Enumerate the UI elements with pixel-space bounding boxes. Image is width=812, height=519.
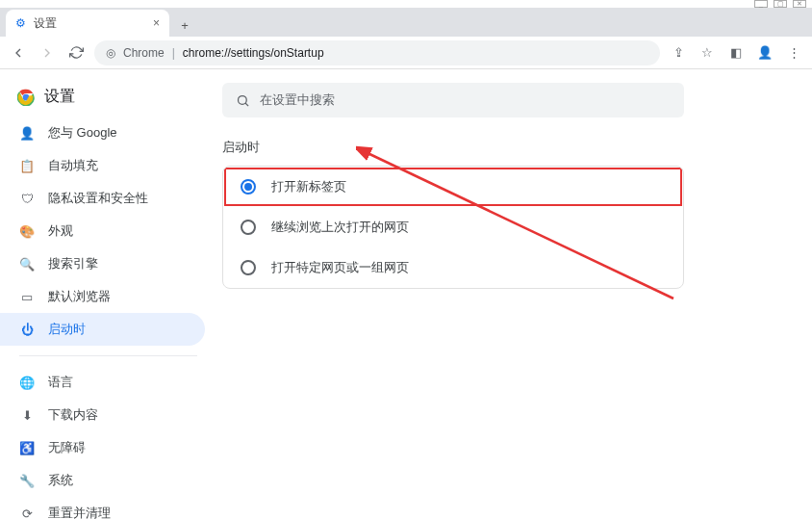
sidebar-separator — [19, 355, 197, 356]
sidebar-item[interactable]: 🌐语言 — [0, 366, 216, 399]
section-title: 启动时 — [222, 139, 774, 156]
sidebar-item[interactable]: ⟳重置并清理 — [0, 497, 216, 519]
sidebar-item-label: 语言 — [48, 374, 73, 391]
menu-icon[interactable]: ⋮ — [783, 42, 804, 64]
sidebar-item-label: 系统 — [48, 472, 73, 489]
sidebar-item[interactable]: 📋自动填充 — [0, 149, 216, 182]
chrome-logo-icon — [17, 89, 35, 106]
forward-button[interactable] — [37, 42, 58, 64]
settings-search[interactable]: 在设置中搜索 — [222, 83, 684, 117]
browser-tab[interactable]: ⚙ 设置 × — [6, 10, 169, 37]
os-titlebar: _ ▢ ✕ — [0, 0, 812, 8]
sidebar-item-label: 无障碍 — [48, 439, 86, 456]
sidebar-item-label: 搜索引擎 — [48, 255, 98, 272]
sidepanel-icon[interactable]: ◧ — [725, 42, 747, 64]
sidebar-item-label: 默认浏览器 — [48, 288, 111, 305]
sidebar-icon: 📋 — [19, 159, 35, 173]
sidebar-item[interactable]: ▭默认浏览器 — [0, 280, 216, 313]
sidebar-icon: 🔧 — [19, 474, 35, 488]
option-label: 打开特定网页或一组网页 — [271, 259, 409, 276]
sidebar-item-label: 启动时 — [48, 321, 86, 338]
os-maximize[interactable]: ▢ — [774, 0, 787, 8]
sidebar-icon: 🛡 — [19, 192, 35, 206]
sidebar-item[interactable]: ⬇下载内容 — [0, 399, 216, 431]
startup-option[interactable]: 打开新标签页 — [223, 167, 683, 207]
sidebar-icon: ⟳ — [19, 506, 35, 520]
sidebar-item-label: 外观 — [48, 222, 73, 240]
search-placeholder: 在设置中搜索 — [260, 91, 335, 109]
browser-toolbar: ◎ Chrome | chrome://settings/onStartup ⇪… — [0, 37, 812, 69]
sidebar-item-label: 您与 Google — [48, 124, 117, 142]
option-label: 打开新标签页 — [271, 178, 346, 195]
startup-option[interactable]: 继续浏览上次打开的网页 — [223, 207, 683, 247]
radio-icon — [241, 220, 256, 235]
sidebar-item-label: 自动填充 — [48, 157, 98, 174]
reload-button[interactable] — [65, 42, 87, 64]
option-label: 继续浏览上次打开的网页 — [271, 219, 409, 236]
sidebar-icon: ⏻ — [19, 323, 35, 337]
sidebar-icon: 👤 — [19, 126, 35, 141]
sidebar: 设置 👤您与 Google📋自动填充🛡隐私设置和安全性🎨外观🔍搜索引擎▭默认浏览… — [0, 69, 216, 519]
share-icon[interactable]: ⇪ — [668, 42, 689, 64]
startup-card: 打开新标签页继续浏览上次打开的网页打开特定网页或一组网页 — [222, 166, 684, 289]
radio-icon — [241, 179, 256, 195]
radio-icon — [241, 260, 256, 275]
bookmark-icon[interactable]: ☆ — [697, 42, 718, 64]
sidebar-icon: 🌐 — [19, 376, 35, 390]
sidebar-item[interactable]: 🎨外观 — [0, 215, 216, 247]
new-tab-button[interactable]: + — [173, 13, 196, 37]
sidebar-item[interactable]: 🔍搜索引擎 — [0, 247, 216, 280]
svg-point-2 — [239, 95, 247, 104]
sidebar-item-label: 重置并清理 — [48, 505, 111, 519]
os-minimize[interactable]: _ — [754, 0, 768, 8]
sidebar-item[interactable]: ⏻启动时 — [0, 313, 205, 346]
url-separator: | — [172, 46, 175, 60]
sidebar-item[interactable]: 🛡隐私设置和安全性 — [0, 182, 216, 215]
startup-option[interactable]: 打开特定网页或一组网页 — [223, 247, 683, 288]
sidebar-icon: ▭ — [19, 290, 35, 304]
sidebar-icon: 🔍 — [19, 257, 35, 272]
profile-icon[interactable]: 👤 — [754, 42, 775, 64]
search-icon — [236, 93, 250, 108]
address-bar[interactable]: ◎ Chrome | chrome://settings/onStartup — [94, 40, 660, 65]
gear-icon: ⚙ — [15, 16, 26, 30]
tabstrip: ⚙ 设置 × + — [0, 8, 812, 37]
tab-title: 设置 — [34, 15, 57, 32]
sidebar-icon: ♿ — [19, 441, 35, 455]
url-origin: Chrome — [123, 46, 165, 60]
app-title-text: 设置 — [44, 87, 75, 107]
sidebar-item[interactable]: 🔧系统 — [0, 464, 216, 497]
main-panel: 在设置中搜索 启动时 打开新标签页继续浏览上次打开的网页打开特定网页或一组网页 — [216, 69, 812, 519]
chrome-icon: ◎ — [106, 46, 115, 60]
sidebar-icon: 🎨 — [19, 224, 35, 239]
url-path: chrome://settings/onStartup — [183, 46, 324, 60]
os-close[interactable]: ✕ — [793, 0, 806, 8]
sidebar-icon: ⬇ — [19, 408, 35, 423]
sidebar-item-label: 隐私设置和安全性 — [48, 190, 148, 207]
sidebar-item[interactable]: 👤您与 Google — [0, 117, 216, 149]
content-area: 设置 👤您与 Google📋自动填充🛡隐私设置和安全性🎨外观🔍搜索引擎▭默认浏览… — [0, 69, 812, 519]
close-tab-icon[interactable]: × — [153, 16, 160, 30]
app-title: 设置 — [0, 79, 216, 117]
sidebar-item-label: 下载内容 — [48, 406, 98, 424]
back-button[interactable] — [8, 42, 29, 64]
sidebar-item[interactable]: ♿无障碍 — [0, 431, 216, 464]
